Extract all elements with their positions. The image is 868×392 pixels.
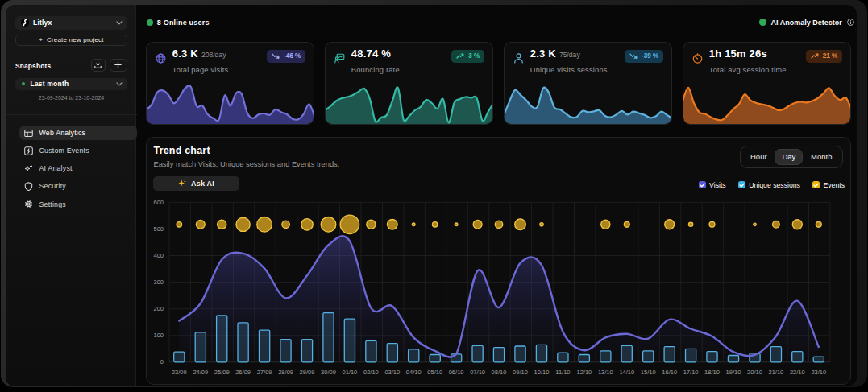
svg-text:02/10: 02/10 [363,369,379,376]
svg-text:200: 200 [153,305,164,312]
svg-text:19/10: 19/10 [726,369,741,376]
svg-text:10/10: 10/10 [534,369,550,376]
svg-text:500: 500 [153,225,164,233]
svg-text:11/10: 11/10 [555,369,570,376]
svg-text:17/10: 17/10 [683,369,699,376]
svg-text:13/10: 13/10 [598,369,613,376]
svg-text:24/09: 24/09 [193,369,208,376]
svg-text:07/10: 07/10 [470,369,485,376]
svg-text:12/10: 12/10 [577,369,592,376]
svg-text:25/09: 25/09 [214,369,230,376]
svg-text:27/09: 27/09 [257,369,272,376]
svg-text:03/10: 03/10 [384,369,400,376]
svg-text:21/10: 21/10 [769,369,784,376]
svg-text:08/10: 08/10 [492,369,507,376]
svg-text:30/09: 30/09 [321,369,336,376]
svg-text:0: 0 [160,358,164,365]
svg-text:20/10: 20/10 [747,369,762,376]
svg-text:28/09: 28/09 [278,369,293,376]
svg-text:09/10: 09/10 [513,369,528,376]
svg-text:05/10: 05/10 [427,369,442,376]
svg-text:18/10: 18/10 [704,369,720,376]
svg-text:23/09: 23/09 [172,369,187,376]
svg-text:100: 100 [153,332,164,339]
svg-text:15/10: 15/10 [641,369,656,376]
svg-text:04/10: 04/10 [406,369,422,376]
svg-text:22/10: 22/10 [790,369,805,376]
svg-text:300: 300 [153,279,164,286]
svg-text:29/09: 29/09 [300,369,315,376]
svg-text:06/10: 06/10 [449,369,464,376]
svg-text:26/09: 26/09 [235,369,251,376]
svg-text:23/10: 23/10 [811,369,826,376]
svg-text:01/10: 01/10 [343,369,358,376]
svg-text:14/10: 14/10 [619,369,634,376]
svg-text:400: 400 [153,252,164,259]
svg-text:16/10: 16/10 [662,369,677,376]
svg-text:600: 600 [153,199,164,206]
